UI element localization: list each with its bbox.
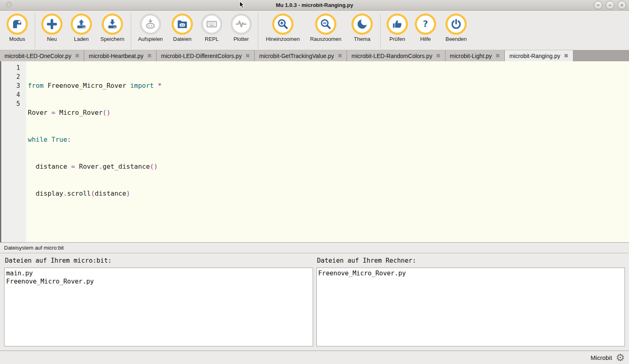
close-button[interactable] xyxy=(618,1,626,9)
aufspielen-button: Aufspielen xyxy=(133,13,168,42)
tab-close-icon[interactable]: ✖ xyxy=(564,53,569,59)
plotter-label: Plotter xyxy=(233,36,249,42)
status-bar: Microbit ⚙ xyxy=(0,351,629,364)
tab-bar: microbit-LED-OneColor.py ✖ microbit-Hear… xyxy=(0,50,629,61)
mouse-cursor xyxy=(239,1,245,9)
dateien-button[interactable]: Dateien xyxy=(168,13,197,42)
file-list-item[interactable]: Freenove_Micro_Rover.py xyxy=(318,269,623,277)
computer-files-column: Dateien auf Ihrem Rechner: Freenove_Micr… xyxy=(316,253,625,351)
line-number: 5 xyxy=(1,99,20,108)
waveform-icon xyxy=(231,13,252,35)
window-title: Mu 1.0.3 - microbit-Ranging.py xyxy=(0,0,629,10)
code-editor[interactable]: 1 2 3 4 5 from Freenove_Micro_Rover impo… xyxy=(0,61,629,242)
close-icon xyxy=(619,2,625,8)
toolbar-separator xyxy=(258,13,258,49)
code-line: Rover = Micro_Rover() xyxy=(28,108,162,117)
code-line: while True: xyxy=(28,135,162,144)
laden-button[interactable]: Laden xyxy=(67,13,96,42)
flash-robot-icon xyxy=(140,13,161,35)
repl-button: REPL xyxy=(197,13,226,42)
microbit-files-column: Dateien auf Ihrem micro:bit: main.py Fre… xyxy=(4,253,313,351)
computer-files-list[interactable]: Freenove_Micro_Rover.py xyxy=(316,268,625,346)
pruefen-button[interactable]: Prüfen xyxy=(383,13,412,42)
rauszoomen-button[interactable]: Rauszoomen xyxy=(305,13,346,42)
minimize-button[interactable] xyxy=(594,1,602,9)
tab-microbit-led-differentcolors[interactable]: microbit-LED-DifferentColors.py ✖ xyxy=(157,50,255,61)
tab-microbit-gettrackingvalue[interactable]: microbit-GetTrackingValue.py ✖ xyxy=(255,50,347,61)
titlebar: Mu 1.0.3 - microbit-Ranging.py xyxy=(0,0,629,11)
plus-icon xyxy=(41,13,63,35)
filesystem-pane-header: Dateisystem auf micro:bit xyxy=(0,242,629,253)
rauszoomen-label: Rauszoomen xyxy=(310,36,342,42)
tab-label: microbit-Light.py xyxy=(450,53,492,59)
speichern-label: Speichern xyxy=(101,36,125,42)
thema-label: Thema xyxy=(354,36,370,42)
laden-label: Laden xyxy=(74,36,89,42)
toolbar-separator xyxy=(131,13,131,49)
mu-editor-window: Mu 1.0.3 - microbit-Ranging.py Modus xyxy=(0,0,629,364)
thumbs-up-icon xyxy=(387,13,408,35)
toolbar-separator xyxy=(35,13,35,49)
tab-close-icon[interactable]: ✖ xyxy=(436,53,441,59)
line-number: 2 xyxy=(1,72,20,81)
code-line: from Freenove_Micro_Rover import * xyxy=(28,81,162,90)
question-icon: ? xyxy=(415,13,436,35)
tab-close-icon[interactable]: ✖ xyxy=(245,53,250,59)
upload-icon xyxy=(71,13,92,35)
repl-label: REPL xyxy=(205,36,219,42)
hineinzoomen-label: Hineinzoomen xyxy=(266,36,300,42)
toolbar: Modus Neu Laden Speichern Au xyxy=(0,11,629,50)
modus-button[interactable]: Modus xyxy=(2,13,33,42)
file-list-item[interactable]: Freenove_Micro_Rover.py xyxy=(6,277,311,286)
neu-label: Neu xyxy=(47,36,57,42)
dateien-label: Dateien xyxy=(173,36,192,42)
tab-microbit-led-onecolor[interactable]: microbit-LED-OneColor.py ✖ xyxy=(0,50,84,61)
hilfe-button[interactable]: ? Hilfe xyxy=(412,13,439,42)
tab-label: microbit-LED-OneColor.py xyxy=(4,53,71,59)
save-icon xyxy=(102,13,123,35)
beenden-label: Beenden xyxy=(445,36,467,42)
power-icon xyxy=(445,13,467,35)
tab-microbit-ranging[interactable]: microbit-Ranging.py ✖ xyxy=(505,50,573,61)
code-text-area[interactable]: from Freenove_Micro_Rover import * Rover… xyxy=(26,61,162,242)
computer-files-label: Dateien auf Ihrem Rechner: xyxy=(317,257,625,264)
tab-microbit-led-randomcolors[interactable]: microbit-LED-RandomColors.py ✖ xyxy=(347,50,445,61)
keyboard-icon xyxy=(201,13,222,35)
file-list-item[interactable]: main.py xyxy=(6,269,311,277)
hineinzoomen-button[interactable]: Hineinzoomen xyxy=(260,13,305,42)
code-line: display.scroll(distance) xyxy=(28,189,162,198)
code-line: distance = Rover.get_distance() xyxy=(28,162,162,171)
tab-microbit-light[interactable]: microbit-Light.py ✖ xyxy=(445,50,505,61)
tab-close-icon[interactable]: ✖ xyxy=(147,53,152,59)
speichern-button[interactable]: Speichern xyxy=(96,13,129,42)
files-folder-icon xyxy=(172,13,193,35)
tab-label: microbit-Heartbeat.py xyxy=(89,53,143,59)
svg-text:?: ? xyxy=(423,19,428,29)
thema-button[interactable]: Thema xyxy=(346,13,378,42)
modus-label: Modus xyxy=(9,36,25,42)
moon-icon xyxy=(351,13,373,35)
mu-logo-icon xyxy=(7,13,28,35)
settings-gear-icon[interactable]: ⚙ xyxy=(616,353,625,363)
beenden-button[interactable]: Beenden xyxy=(439,13,473,42)
plotter-button: Plotter xyxy=(226,13,256,42)
chevron-down-icon xyxy=(595,2,601,8)
zoom-out-icon xyxy=(315,13,336,35)
filesystem-pane: Dateien auf Ihrem micro:bit: main.py Fre… xyxy=(0,253,629,351)
tab-close-icon[interactable]: ✖ xyxy=(338,53,342,59)
line-number: 4 xyxy=(1,90,20,99)
tab-close-icon[interactable]: ✖ xyxy=(75,53,79,59)
zoom-in-icon xyxy=(272,13,293,35)
microbit-files-list[interactable]: main.py Freenove_Micro_Rover.py xyxy=(4,268,313,346)
line-number-gutter: 1 2 3 4 5 xyxy=(0,61,26,242)
tab-microbit-heartbeat[interactable]: microbit-Heartbeat.py ✖ xyxy=(84,50,157,61)
tab-label: microbit-LED-DifferentColors.py xyxy=(161,53,242,59)
window-controls xyxy=(594,1,626,9)
tab-label: microbit-GetTrackingValue.py xyxy=(259,53,334,59)
chevron-up-icon xyxy=(607,2,613,8)
pruefen-label: Prüfen xyxy=(389,36,405,42)
maximize-button[interactable] xyxy=(606,1,614,9)
neu-button[interactable]: Neu xyxy=(37,13,67,42)
tab-label: microbit-LED-RandomColors.py xyxy=(351,53,432,59)
tab-close-icon[interactable]: ✖ xyxy=(495,53,500,59)
